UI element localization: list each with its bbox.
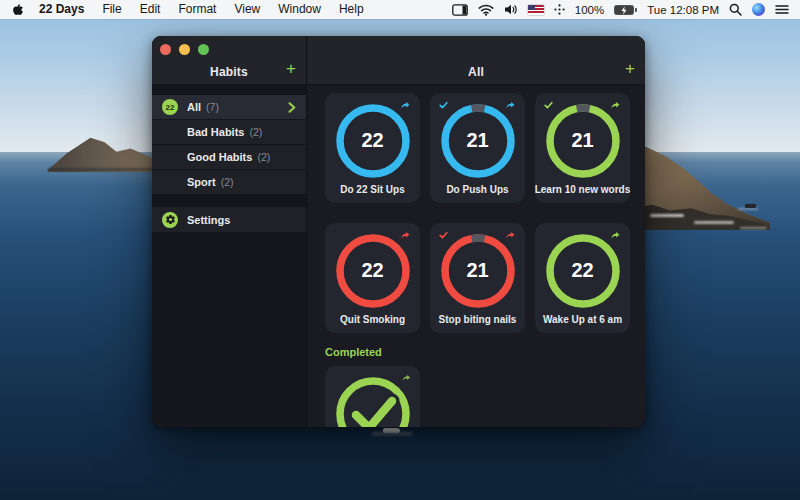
volume-icon[interactable]	[504, 4, 518, 15]
habits-app-window: Habits + 22 All (7) Bad Habits (2) Good …	[152, 36, 645, 427]
window-controls	[160, 44, 209, 55]
sidebar-item-good-habits[interactable]: Good Habits (2)	[152, 145, 306, 169]
siri-icon[interactable]	[752, 3, 765, 16]
habit-name: Wake Up at 6 am	[543, 314, 622, 325]
completed-heading: Completed	[325, 346, 645, 358]
apple-icon	[11, 2, 24, 17]
us-flag-icon[interactable]	[528, 5, 544, 15]
main-content: 22 Do 22 Sit Ups 21 Do Push Ups	[307, 85, 645, 427]
battery-nub	[635, 8, 637, 12]
sidebar-fill	[152, 232, 306, 427]
main-header: All +	[307, 36, 645, 85]
apple-menu[interactable]	[11, 2, 24, 17]
menu-view[interactable]: View	[225, 0, 269, 19]
sidebar-item-count: (7)	[206, 101, 219, 113]
menu-edit[interactable]: Edit	[131, 0, 170, 19]
main-pane: All + 22 Do 22 Sit Ups	[307, 36, 645, 427]
notification-center-icon[interactable]	[775, 4, 789, 15]
habit-name: Stop biting nails	[439, 314, 517, 325]
sidebar-item-sport[interactable]: Sport (2)	[152, 170, 306, 194]
settings-label: Settings	[187, 214, 230, 226]
sidebar-item-label: Sport	[187, 176, 216, 188]
habit-card-do-22-sit-ups[interactable]: 22 Do 22 Sit Ups	[325, 93, 420, 203]
menu-help[interactable]: Help	[330, 0, 373, 19]
progress-ring: 22	[335, 233, 411, 309]
habit-name: Do Push Ups	[446, 184, 508, 195]
sidebar-item-count: (2)	[257, 151, 270, 163]
sidebar-item-label: All	[187, 101, 201, 113]
wallpaper-surf	[694, 221, 734, 224]
sidebar-header: Habits +	[152, 36, 306, 85]
sidebar-title: Habits	[152, 65, 306, 79]
minimize-button[interactable]	[179, 44, 190, 55]
spotlight-icon[interactable]	[729, 3, 742, 16]
count-badge: 22	[162, 99, 178, 115]
progress-ring: 21	[545, 103, 621, 179]
sidebar-item-settings[interactable]: Settings	[152, 207, 306, 232]
menu-file[interactable]: File	[93, 0, 130, 19]
boat-far	[745, 204, 756, 208]
wallpaper-island-left-shadow	[48, 168, 166, 171]
sidebar-spacer	[152, 195, 306, 207]
streak-count: 22	[335, 259, 411, 282]
completed-habit-card[interactable]	[325, 366, 420, 427]
battery-icon[interactable]	[614, 5, 637, 15]
menu-bar: 22 DaysFileEditFormatViewWindowHelp 100%	[0, 0, 800, 19]
sidebar: Habits + 22 All (7) Bad Habits (2) Good …	[152, 36, 307, 427]
gear-icon	[162, 212, 178, 228]
progress-ring: 22	[545, 233, 621, 309]
sidebar-item-count: (2)	[221, 176, 234, 188]
keyboard-brightness-icon[interactable]	[554, 4, 565, 15]
streak-count: 22	[335, 129, 411, 152]
menu-items: 22 DaysFileEditFormatViewWindowHelp	[30, 0, 373, 19]
progress-ring: 21	[440, 103, 516, 179]
habit-grid: 22 Do 22 Sit Ups 21 Do Push Ups	[325, 93, 645, 333]
progress-ring: 21	[440, 233, 516, 309]
sidebar-item-label: Bad Habits	[187, 126, 244, 138]
flag-canton	[528, 5, 535, 11]
wallpaper-surf	[740, 227, 766, 229]
menu-22-days[interactable]: 22 Days	[30, 0, 93, 19]
habit-card-do-push-ups[interactable]: 21 Do Push Ups	[430, 93, 525, 203]
status-icons: 100% Tue 12:08 PM	[452, 3, 789, 16]
streak-count: 21	[440, 129, 516, 152]
menu-clock[interactable]: Tue 12:08 PM	[647, 4, 719, 16]
boat-wake	[738, 208, 758, 210]
chevron-right-icon	[288, 102, 296, 113]
sidebar-item-all[interactable]: 22 All (7)	[152, 95, 306, 119]
completed-ring	[335, 376, 411, 427]
sidebar-item-label: Good Habits	[187, 151, 252, 163]
boat-near	[383, 428, 400, 433]
wifi-icon[interactable]	[478, 4, 494, 16]
wallpaper-surf	[650, 214, 684, 217]
habit-card-wake-up-at-6-am[interactable]: 22 Wake Up at 6 am	[535, 223, 630, 333]
zoom-button[interactable]	[198, 44, 209, 55]
streak-count: 22	[545, 259, 621, 282]
sidebar-item-count: (2)	[249, 126, 262, 138]
battery-percent[interactable]: 100%	[575, 4, 604, 16]
progress-ring: 22	[335, 103, 411, 179]
add-habit-button[interactable]: +	[286, 60, 296, 77]
battery-body	[614, 5, 634, 15]
sidebar-spacer	[152, 85, 306, 95]
habit-card-stop-biting-nails[interactable]: 21 Stop biting nails	[430, 223, 525, 333]
sidebar-list: 22 All (7) Bad Habits (2) Good Habits (2…	[152, 95, 306, 195]
sidebar-item-bad-habits[interactable]: Bad Habits (2)	[152, 120, 306, 144]
habit-name: Do 22 Sit Ups	[340, 184, 404, 195]
display-icon[interactable]	[452, 4, 468, 16]
streak-count: 21	[440, 259, 516, 282]
habit-name: Quit Smoking	[340, 314, 405, 325]
add-habit-button-main[interactable]: +	[625, 60, 635, 77]
habit-card-learn-10-new-words[interactable]: 21 Learn 10 new words	[535, 93, 630, 203]
menu-format[interactable]: Format	[169, 0, 225, 19]
habit-name: Learn 10 new words	[535, 184, 631, 195]
streak-count: 21	[545, 129, 621, 152]
main-title: All	[307, 65, 645, 79]
habit-card-quit-smoking[interactable]: 22 Quit Smoking	[325, 223, 420, 333]
close-button[interactable]	[160, 44, 171, 55]
menu-window[interactable]: Window	[269, 0, 330, 19]
